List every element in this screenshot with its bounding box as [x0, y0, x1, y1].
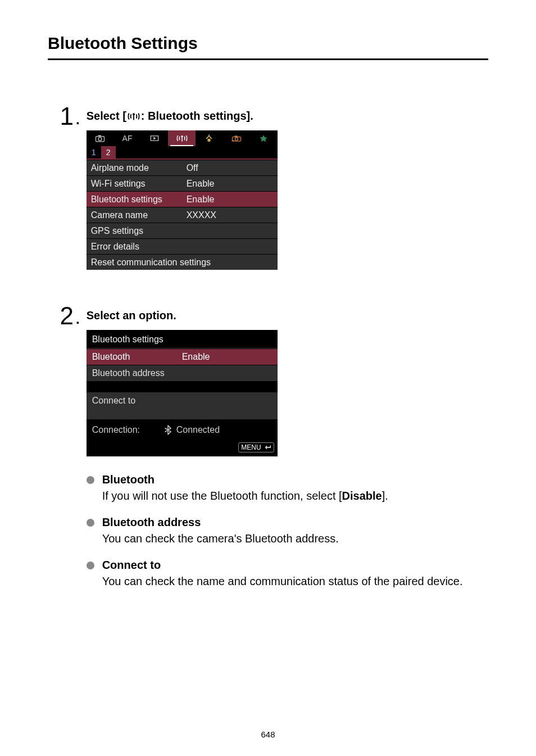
- screen2-title: Bluetooth settings: [87, 330, 278, 348]
- note-text: You can check the camera's Bluetooth add…: [102, 531, 488, 546]
- top-tab-bar: AF: [87, 130, 278, 146]
- svg-point-3: [98, 137, 102, 141]
- tab-playback-icon[interactable]: [141, 130, 169, 146]
- note-title: Bluetooth address: [102, 516, 488, 529]
- row-label: Bluetooth: [92, 352, 182, 362]
- menu-value: Off: [187, 163, 273, 173]
- svg-rect-9: [208, 139, 211, 142]
- row-label: Connect to: [92, 396, 135, 405]
- step-1: 1 . Select [ : Bluetooth settings]. AF: [48, 104, 488, 275]
- step-number: 2: [48, 304, 74, 328]
- tab-setup-icon[interactable]: [196, 130, 223, 146]
- step-2: 2 . Select an option. Bluetooth settings…: [48, 304, 488, 601]
- menu-label: Camera name: [91, 210, 187, 220]
- menu-label: Bluetooth settings: [91, 194, 187, 205]
- step-1-heading: Select [ : Bluetooth settings].: [87, 110, 488, 123]
- menu-back-label: MENU: [241, 443, 261, 451]
- menu-list: Airplane modeOff Wi-Fi settingsEnable Bl…: [87, 160, 278, 270]
- menu-value: XXXXX: [187, 210, 273, 220]
- note-title: Bluetooth: [102, 473, 488, 486]
- tab-custom-icon[interactable]: [223, 130, 251, 146]
- row-bt-address[interactable]: Bluetooth address: [87, 365, 278, 381]
- bullet-icon: [87, 562, 94, 569]
- step-dot: .: [74, 304, 87, 326]
- note-text-pre: If you will not use the Bluetooth functi…: [102, 490, 342, 502]
- row-value: Enable: [182, 352, 210, 362]
- sub-tab-1[interactable]: 1: [87, 146, 101, 159]
- step-1-heading-pre: Select [: [87, 110, 126, 123]
- page-title: Bluetooth Settings: [48, 34, 488, 60]
- svg-rect-13: [235, 135, 238, 137]
- page-number: 648: [0, 730, 536, 739]
- menu-row-reset[interactable]: Reset communication settings: [87, 254, 278, 270]
- row-label: Bluetooth address: [92, 368, 182, 378]
- menu-row-gps[interactable]: GPS settings: [87, 223, 278, 238]
- menu-label: GPS settings: [91, 226, 187, 236]
- step-number: 1: [48, 104, 74, 129]
- tab-camera-icon[interactable]: [87, 130, 114, 146]
- gap: [87, 381, 278, 392]
- menu-row-wifi[interactable]: Wi-Fi settingsEnable: [87, 175, 278, 191]
- note-bt-address: Bluetooth address You can check the came…: [87, 516, 488, 546]
- bullet-icon: [87, 519, 94, 527]
- step-2-heading-text: Select an option.: [87, 309, 176, 322]
- menu-label: Wi-Fi settings: [91, 179, 187, 189]
- note-connect-to: Connect to You can check the name and co…: [87, 559, 488, 589]
- menu-row-error[interactable]: Error details: [87, 238, 278, 254]
- note-bold: Disable: [342, 490, 382, 502]
- menu-label: Reset communication settings: [91, 257, 273, 268]
- bullet-icon: [87, 476, 94, 484]
- wireless-icon: [128, 112, 140, 121]
- tab-mymenu-icon[interactable]: [250, 130, 278, 146]
- svg-marker-6: [153, 137, 156, 140]
- notes-list: Bluetooth If you will not use the Blueto…: [87, 473, 488, 589]
- note-bluetooth: Bluetooth If you will not use the Blueto…: [87, 473, 488, 504]
- screen2-footer: MENU: [87, 441, 278, 456]
- row-connection-status: Connection: Connected: [87, 419, 278, 441]
- menu-label: Airplane mode: [91, 163, 187, 173]
- status-value: Connected: [176, 425, 220, 435]
- step-2-heading: Select an option.: [87, 309, 488, 322]
- status-label: Connection:: [92, 425, 160, 435]
- tab-af[interactable]: AF: [113, 130, 141, 146]
- row-bluetooth[interactable]: BluetoothEnable: [87, 348, 278, 365]
- menu-label: Error details: [91, 242, 187, 252]
- menu-row-bluetooth[interactable]: Bluetooth settingsEnable: [87, 191, 278, 207]
- svg-point-12: [235, 138, 238, 141]
- bluetooth-settings-screenshot: Bluetooth settings BluetoothEnable Bluet…: [87, 330, 278, 456]
- svg-point-8: [181, 135, 183, 137]
- return-icon: [264, 445, 271, 450]
- note-text: If you will not use the Bluetooth functi…: [102, 488, 488, 504]
- menu-back-button[interactable]: MENU: [238, 442, 274, 452]
- note-text: You can check the name and communication…: [102, 574, 488, 589]
- note-text-post: ].: [382, 490, 388, 502]
- svg-marker-16: [260, 135, 267, 142]
- bluetooth-icon: [164, 425, 172, 435]
- menu-value: Enable: [187, 179, 273, 189]
- menu-row-airplane[interactable]: Airplane modeOff: [87, 160, 278, 175]
- svg-rect-4: [98, 135, 101, 137]
- menu-value: Enable: [187, 194, 273, 205]
- svg-point-1: [133, 113, 135, 115]
- camera-menu-screenshot: AF 1 2 Airplane modeOff Wi-Fi settingsEn…: [87, 130, 278, 270]
- step-1-heading-post: : Bluetooth settings].: [141, 110, 253, 123]
- sub-tab-2[interactable]: 2: [101, 146, 116, 159]
- row-connect-to[interactable]: Connect to: [87, 392, 278, 419]
- sub-tab-bar: 1 2: [87, 146, 278, 160]
- step-dot: .: [74, 104, 87, 126]
- menu-row-cameraname[interactable]: Camera nameXXXXX: [87, 207, 278, 223]
- note-title: Connect to: [102, 559, 488, 572]
- tab-wireless-icon[interactable]: [168, 130, 196, 146]
